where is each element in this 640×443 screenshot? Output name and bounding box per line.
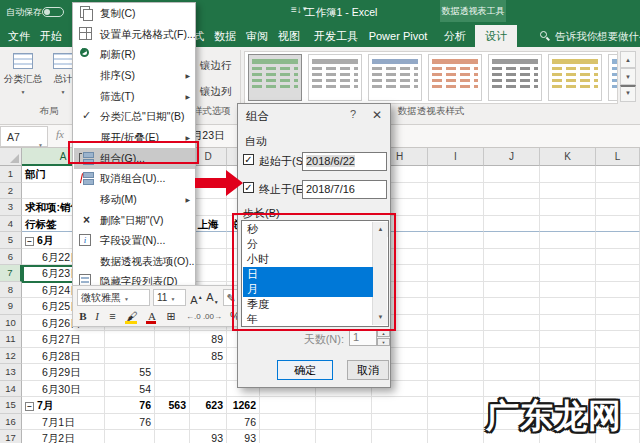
cell-J7[interactable]	[484, 265, 540, 282]
cell-J9[interactable]	[484, 298, 540, 315]
cell-K1[interactable]	[540, 166, 596, 183]
row-header-2[interactable]: 2	[0, 183, 22, 200]
menu-item-delete-date[interactable]: ×删除"日期"(V)	[74, 210, 195, 231]
cancel-button[interactable]: 取消	[347, 360, 389, 380]
cell-F15[interactable]	[260, 397, 316, 414]
cell-J11[interactable]	[484, 331, 540, 348]
cell-L11[interactable]	[596, 331, 640, 348]
row-header-10[interactable]: 10	[0, 315, 22, 332]
collapse-icon[interactable]: −	[25, 237, 34, 246]
cell-C15[interactable]: 563	[155, 397, 190, 414]
cell-D16[interactable]	[190, 414, 227, 431]
cell-L10[interactable]	[596, 315, 640, 332]
row-header-12[interactable]: 12	[0, 348, 22, 365]
tab-view[interactable]: 视图	[269, 25, 309, 47]
cell-I15[interactable]	[428, 397, 484, 414]
cell-J2[interactable]	[484, 183, 540, 200]
cell-J5[interactable]	[484, 232, 540, 249]
cell-K11[interactable]	[540, 331, 596, 348]
cell-G17[interactable]	[316, 430, 372, 443]
cell-I7[interactable]	[428, 265, 484, 282]
cell-J8[interactable]	[484, 282, 540, 299]
style-thumbnail-6[interactable]	[548, 54, 602, 101]
cell-D12[interactable]: 85	[190, 348, 227, 365]
font-name-select[interactable]: 微软雅黑▼	[77, 289, 150, 306]
end-date-field[interactable]: 2018/7/16	[302, 180, 387, 199]
cell-D17[interactable]: 93	[190, 430, 227, 443]
menu-item-field-settings[interactable]: i字段设置(N)...	[74, 230, 195, 251]
tell-me-box[interactable]: 告诉我你想要做什么	[540, 25, 640, 47]
grow-font-button[interactable]: A▲	[189, 289, 204, 309]
cell-C17[interactable]	[155, 430, 190, 443]
cell-J4[interactable]	[484, 216, 540, 233]
menu-item-ungroup[interactable]: 取消组合(U)...	[74, 168, 195, 189]
row-header-17[interactable]: 17	[0, 430, 22, 443]
borders-button[interactable]: ⊞	[164, 308, 178, 325]
tab-home[interactable]: 开始	[31, 25, 71, 47]
cell-J12[interactable]	[484, 348, 540, 365]
cell-C13[interactable]	[155, 364, 190, 381]
row-header-6[interactable]: 6	[0, 249, 22, 266]
cell-L7[interactable]	[596, 265, 640, 282]
row-header-5[interactable]: 5	[0, 232, 22, 249]
cell-B11[interactable]	[105, 331, 155, 348]
days-field[interactable]: 1	[349, 329, 377, 346]
cell-I12[interactable]	[428, 348, 484, 365]
cell-A15[interactable]: −7月	[22, 397, 105, 414]
cell-A11[interactable]: 6月27日	[22, 331, 105, 348]
menu-item-subtotal-date[interactable]: ✓分类汇总"日期"(B)	[74, 106, 195, 127]
cell-L9[interactable]	[596, 298, 640, 315]
column-header-L[interactable]: L	[596, 148, 640, 166]
cell-I5[interactable]	[428, 232, 484, 249]
cell-D13[interactable]	[190, 364, 227, 381]
cell-L2[interactable]	[596, 183, 640, 200]
cell-C12[interactable]	[155, 348, 190, 365]
style-thumbnail-5[interactable]	[488, 54, 542, 101]
style-thumbnail-2[interactable]	[308, 54, 362, 101]
collapse-button[interactable]: −	[25, 234, 37, 246]
cell-I9[interactable]	[428, 298, 484, 315]
cell-A16[interactable]: 7月1日	[22, 414, 105, 431]
cell-C14[interactable]	[155, 381, 190, 398]
cell-I2[interactable]	[428, 183, 484, 200]
row-header-15[interactable]: 15	[0, 397, 22, 414]
cell-E15[interactable]: 1262	[227, 397, 260, 414]
menu-item-refresh[interactable]: 刷新(R)	[74, 44, 195, 65]
cell-I4[interactable]	[428, 216, 484, 233]
cell-L4[interactable]	[596, 216, 640, 233]
cell-G15[interactable]	[316, 397, 372, 414]
cell-L12[interactable]	[596, 348, 640, 365]
style-thumbnail-7[interactable]	[608, 54, 618, 101]
cell-E17[interactable]: 93	[227, 430, 260, 443]
cell-J13[interactable]	[484, 364, 540, 381]
row-header-16[interactable]: 16	[0, 414, 22, 431]
font-size-select[interactable]: 11▼	[153, 289, 186, 306]
gallery-more-button[interactable]: ▼	[620, 85, 636, 102]
style-thumbnail-3[interactable]	[368, 54, 422, 101]
cell-I1[interactable]	[428, 166, 484, 183]
start-checkbox[interactable]: ✓	[243, 154, 254, 165]
cell-H16[interactable]	[372, 414, 428, 431]
menu-item-filter[interactable]: 筛选(T)▶	[74, 86, 195, 107]
collapse-button[interactable]: −	[25, 399, 37, 411]
fill-color-button[interactable]: 🖌	[124, 308, 140, 325]
menu-item-move[interactable]: 移动(M)▶	[74, 189, 195, 210]
gallery-scroll-up[interactable]: ▲	[620, 51, 636, 68]
tab-analyze[interactable]: 分析	[435, 25, 475, 47]
menu-item-pivottable-options[interactable]: 数据透视表选项(O)...	[74, 251, 195, 272]
menu-item-sort[interactable]: 排序(S)▶	[74, 65, 195, 86]
cell-F16[interactable]	[260, 414, 316, 431]
cell-K7[interactable]	[540, 265, 596, 282]
row-header-3[interactable]: 3	[0, 199, 22, 216]
column-header-K[interactable]: K	[540, 148, 596, 166]
row-header-1[interactable]: 1	[0, 166, 22, 183]
cell-J6[interactable]	[484, 249, 540, 266]
cell-I8[interactable]	[428, 282, 484, 299]
menu-item-copy[interactable]: 复制(C)	[74, 3, 195, 24]
decimal-buttons[interactable]: ←.0 .00→	[182, 308, 226, 325]
cell-K12[interactable]	[540, 348, 596, 365]
cell-F17[interactable]	[260, 430, 316, 443]
cell-K13[interactable]	[540, 364, 596, 381]
cell-I6[interactable]	[428, 249, 484, 266]
cell-K6[interactable]	[540, 249, 596, 266]
